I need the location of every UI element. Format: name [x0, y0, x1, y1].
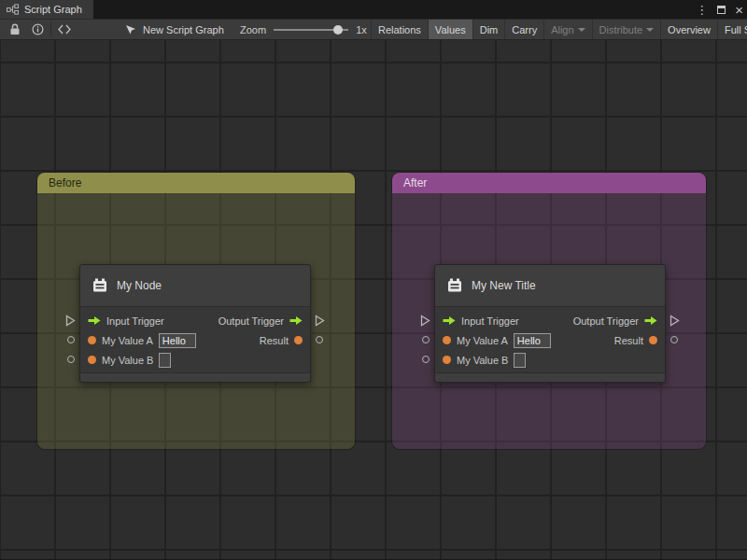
- relations-button[interactable]: Relations: [371, 20, 429, 39]
- value-port-icon[interactable]: [422, 336, 430, 343]
- graph-asset-field[interactable]: New Script Graph: [125, 20, 224, 39]
- port-row: My Value B: [80, 350, 310, 370]
- carry-button[interactable]: Carry: [505, 20, 544, 39]
- trigger-in-icon: [443, 315, 456, 326]
- group-header[interactable]: After: [392, 173, 706, 193]
- output-trigger-port[interactable]: Output Trigger: [573, 315, 665, 327]
- kebab-menu-icon[interactable]: ⋮: [696, 4, 708, 16]
- graph-name-label: New Script Graph: [143, 24, 224, 35]
- value-port-dot-icon: [649, 336, 657, 344]
- port-label: My Value B: [457, 355, 508, 366]
- chevron-down-icon: [646, 28, 654, 32]
- tab-script-graph[interactable]: Script Graph: [0, 0, 93, 19]
- unit-icon: [446, 278, 463, 293]
- trigger-port-icon[interactable]: [420, 315, 430, 327]
- node-my-new-title[interactable]: My New Title Input Trigger Output Trigge…: [434, 264, 666, 383]
- value-port-dot-icon: [443, 356, 451, 364]
- port-row: My Value B: [435, 350, 665, 370]
- node-header[interactable]: My Node: [80, 265, 310, 307]
- value-b-port[interactable]: My Value B: [80, 353, 171, 368]
- toolbar-separator: [50, 22, 51, 36]
- port-label: Input Trigger: [461, 315, 519, 327]
- align-dropdown-button[interactable]: Align: [544, 20, 592, 39]
- node-title: My Node: [117, 279, 162, 292]
- value-port-dot-icon: [294, 336, 303, 344]
- value-a-port[interactable]: My Value A: [80, 333, 196, 348]
- value-port-icon[interactable]: [67, 356, 75, 363]
- trigger-out-icon: [289, 315, 303, 326]
- graph-canvas[interactable]: Before After: [0, 40, 747, 559]
- value-port-dot-icon: [443, 336, 451, 344]
- trigger-in-icon: [88, 315, 101, 326]
- input-trigger-port[interactable]: Input Trigger: [435, 315, 519, 327]
- distribute-dropdown-button[interactable]: Distribute: [593, 20, 661, 39]
- result-port[interactable]: Result: [614, 335, 665, 346]
- value-a-input[interactable]: [159, 333, 196, 348]
- group-label: Before: [49, 176, 81, 189]
- port-label: Result: [260, 335, 289, 346]
- port-row: My Value A Result: [435, 330, 665, 350]
- values-button[interactable]: Values: [429, 20, 473, 39]
- port-row: Input Trigger Output Trigger: [435, 311, 665, 330]
- unit-icon: [92, 278, 108, 293]
- value-a-port[interactable]: My Value A: [435, 333, 551, 348]
- port-row: Input Trigger Output Trigger: [80, 311, 310, 330]
- node-my-node[interactable]: My Node Input Trigger Output Trigger: [79, 264, 311, 383]
- zoom-label: Zoom: [240, 24, 266, 35]
- tab-label: Script Graph: [24, 4, 82, 15]
- value-b-input[interactable]: [159, 353, 171, 368]
- info-icon[interactable]: [26, 20, 49, 39]
- window-controls: ⋮ ×: [696, 0, 743, 19]
- zoom-slider[interactable]: [274, 24, 348, 35]
- lock-icon[interactable]: [4, 20, 26, 39]
- node-footer: [80, 372, 310, 382]
- input-trigger-port[interactable]: Input Trigger: [80, 315, 164, 327]
- port-label: Result: [614, 335, 643, 346]
- value-a-input[interactable]: [514, 333, 551, 348]
- trigger-port-icon[interactable]: [669, 315, 680, 327]
- node-title: My New Title: [472, 279, 536, 292]
- port-label: My Value B: [102, 355, 153, 366]
- port-label: Input Trigger: [106, 315, 164, 327]
- zoom-value: 1x: [356, 24, 367, 35]
- value-port-icon[interactable]: [316, 336, 323, 343]
- dim-button[interactable]: Dim: [473, 20, 506, 39]
- value-port-icon[interactable]: [670, 336, 678, 343]
- value-port-dot-icon: [88, 336, 96, 344]
- group-label: After: [403, 176, 427, 189]
- node-header[interactable]: My New Title: [435, 265, 665, 307]
- chevron-down-icon: [578, 28, 585, 32]
- result-port[interactable]: Result: [260, 335, 310, 346]
- code-icon[interactable]: [53, 20, 76, 39]
- trigger-port-icon[interactable]: [65, 315, 76, 327]
- graph-toolbar: New Script Graph Zoom 1x Relations Value…: [0, 19, 747, 40]
- overview-button[interactable]: Overview: [661, 20, 718, 39]
- trigger-port-icon[interactable]: [315, 315, 325, 327]
- value-b-port[interactable]: My Value B: [435, 353, 526, 368]
- value-port-icon[interactable]: [67, 336, 75, 343]
- port-label: Output Trigger: [573, 315, 639, 327]
- output-trigger-port[interactable]: Output Trigger: [218, 315, 310, 327]
- port-label: Output Trigger: [218, 315, 284, 327]
- full-screen-button[interactable]: Full Screen: [718, 20, 747, 39]
- value-port-dot-icon: [88, 356, 96, 364]
- group-header[interactable]: Before: [37, 173, 355, 193]
- zoom-slider-handle[interactable]: [333, 25, 343, 35]
- close-icon[interactable]: ×: [735, 3, 743, 17]
- port-label: My Value A: [457, 335, 508, 346]
- trigger-out-icon: [644, 315, 657, 326]
- maximize-icon[interactable]: [717, 6, 726, 14]
- script-graph-icon: [125, 24, 137, 35]
- script-graph-tab-icon: [7, 4, 19, 15]
- value-port-icon[interactable]: [422, 356, 430, 363]
- value-b-input[interactable]: [514, 353, 526, 368]
- port-row: My Value A Result: [80, 330, 310, 350]
- node-footer: [435, 372, 665, 382]
- window-tab-bar: Script Graph ⋮ ×: [0, 0, 747, 19]
- port-label: My Value A: [102, 335, 153, 346]
